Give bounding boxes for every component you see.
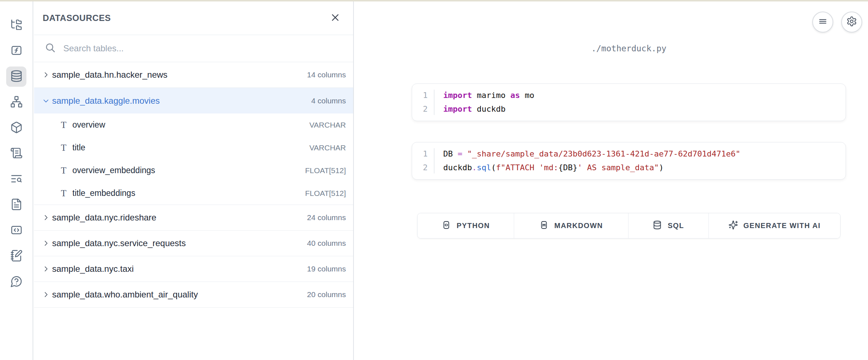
add-button-label: MARKDOWN [554,222,603,230]
add-button-label: GENERATE WITH AI [744,222,821,230]
chevron-down-icon [42,97,50,105]
sidebar-item-dependencies[interactable] [6,92,26,112]
sidebar-item-file-explorer[interactable] [6,15,26,35]
code-line: 1 DB = "_share/sample_data/23b0d623-1361… [412,147,846,161]
table-name: sample_data.kaggle.movies [52,96,160,106]
notebook-content: ./motherduck.py 1 import marimo as mo 2 … [412,1,846,239]
close-icon [330,13,340,24]
code-editor-line[interactable]: DB = "_share/sample_data/23b0d623-1361-4… [434,147,740,161]
code-cell: 1 import marimo as mo 2 import duckdb [412,83,846,121]
sidebar-item-scratchpad[interactable] [6,246,26,266]
table-row-selected[interactable]: sample_data.kaggle.movies 4 columns [34,88,353,113]
column-type: FLOAT[512] [305,189,346,198]
add-markdown-cell-button[interactable]: MARKDOWN [514,213,628,238]
code-line: 2 import duckdb [412,102,846,116]
add-python-cell-button[interactable]: PYTHON [418,213,514,238]
column-type: VARCHAR [309,121,346,129]
column-name: title [72,143,85,153]
documentation-icon [10,198,23,212]
sidebar-item-snippets[interactable] [6,220,26,241]
search-row [34,35,353,62]
panel-title: DATASOURCES [43,13,111,23]
sidebar-item-help[interactable] [6,272,26,292]
column-type: VARCHAR [309,143,346,152]
close-panel-button[interactable] [328,11,342,25]
code-editor-line[interactable]: duckdb.sql(f"ATTACH 'md:{DB}' AS sample_… [434,161,664,175]
table-name: sample_data.nyc.rideshare [52,213,156,223]
chevron-right-icon [42,239,50,247]
table-name: sample_data.nyc.service_requests [52,238,186,248]
file-explorer-icon [10,18,23,33]
code-cell: 1 DB = "_share/sample_data/23b0d623-1361… [412,142,846,180]
table-name: sample_data.nyc.taxi [52,264,134,274]
chevron-right-icon [42,291,50,299]
line-number: 1 [412,89,434,102]
activity-bar [0,1,33,360]
table-columns-group: T overview VARCHAR T title VARCHAR T ove… [34,113,353,205]
code-editor-line[interactable]: import duckdb [434,102,505,116]
chevron-right-icon [42,71,50,79]
generate-with-ai-button[interactable]: GENERATE WITH AI [709,213,840,238]
chevron-right-icon [42,265,50,273]
sidebar-item-variables[interactable] [6,41,26,61]
table-column-count: 24 columns [307,213,346,222]
table-column-count: 40 columns [307,239,346,248]
packages-icon [10,121,23,135]
markdown-icon [539,220,549,232]
tracing-icon [10,172,23,187]
table-column-count: 20 columns [307,290,346,299]
table-row[interactable]: sample_data.who.ambient_air_quality 20 c… [34,282,353,308]
sidebar-item-logs[interactable] [6,143,26,164]
search-icon [45,42,56,55]
add-button-label: PYTHON [457,222,490,230]
column-name: overview [72,120,105,130]
column-name: overview_embeddings [72,166,155,175]
code-line: 2 duckdb.sql(f"ATTACH 'md:{DB}' AS sampl… [412,161,846,175]
text-type-icon: T [59,166,68,176]
add-sql-cell-button[interactable]: SQL [628,213,709,238]
column-row[interactable]: T title_embeddings FLOAT[512] [34,182,353,205]
text-type-icon: T [59,188,68,198]
scratchpad-icon [10,249,23,263]
table-name: sample_data.hn.hacker_news [52,70,168,80]
table-row[interactable]: sample_data.nyc.taxi 19 columns [34,256,353,282]
python-icon [441,220,451,232]
line-number: 2 [412,161,434,175]
table-row[interactable]: sample_data.nyc.rideshare 24 columns [34,205,353,231]
sidebar-item-documentation[interactable] [6,195,26,215]
table-row[interactable]: sample_data.hn.hacker_news 14 columns [34,62,353,88]
column-type: FLOAT[512] [305,166,346,175]
code-line: 1 import marimo as mo [412,89,846,102]
table-row[interactable]: sample_data.nyc.service_requests 40 colu… [34,231,353,256]
snippets-icon [10,224,23,238]
notebook-area: ./motherduck.py 1 import marimo as mo 2 … [355,1,868,360]
line-number: 1 [412,147,434,161]
table-column-count: 4 columns [311,97,346,105]
text-type-icon: T [59,120,68,130]
panel-header: DATASOURCES [34,1,353,35]
column-row[interactable]: T title VARCHAR [34,136,353,159]
column-row[interactable]: T overview_embeddings FLOAT[512] [34,159,353,182]
chevron-right-icon [42,214,50,222]
add-cell-bar: PYTHON MARKDOWN SQL GENERATE WITH AI [417,213,841,239]
sidebar-item-packages[interactable] [6,118,26,138]
column-row[interactable]: T overview VARCHAR [34,113,353,136]
notebook-filename: ./motherduck.py [412,1,846,53]
logs-icon [10,147,23,161]
sidebar-item-datasources[interactable] [6,67,26,87]
dependencies-icon [10,95,23,110]
datasources-icon [10,70,23,84]
table-column-count: 19 columns [307,265,346,273]
variables-icon [10,44,23,58]
settings-icon [846,16,857,28]
table-name: sample_data.who.ambient_air_quality [52,290,198,300]
code-editor-line[interactable]: import marimo as mo [434,89,534,102]
add-button-label: SQL [668,222,684,230]
datasources-panel: DATASOURCES sample_data.hn.hacker_news 1… [34,1,354,360]
sql-icon [652,220,662,232]
line-number: 2 [412,102,434,116]
text-type-icon: T [59,143,68,153]
column-name: title_embeddings [72,188,135,198]
sidebar-item-tracing[interactable] [6,169,26,189]
search-input[interactable] [63,43,344,53]
